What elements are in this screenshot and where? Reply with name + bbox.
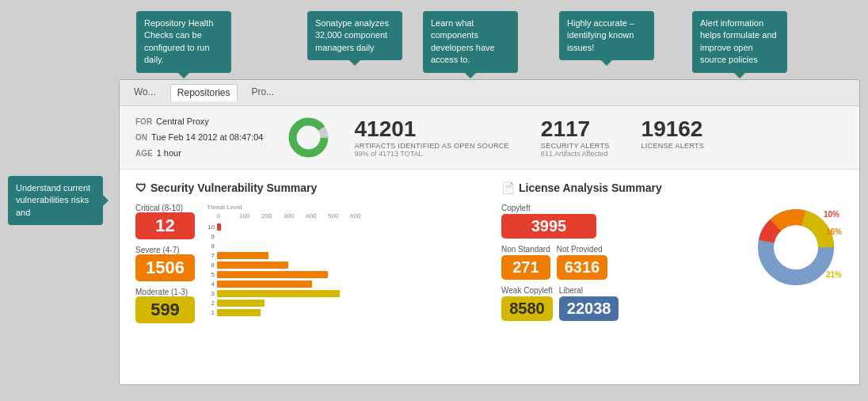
- stat-license: 19162 LICENSE ALERTS: [641, 118, 705, 150]
- donut-chart-icon: [287, 116, 330, 159]
- for-on-age-block: FORCentral Proxy ONTue Feb 14 2012 at 08…: [135, 114, 263, 161]
- tooltip-repo: Repository Health Checks can be configur…: [136, 11, 231, 73]
- notprovided-label: Not Provided: [557, 245, 608, 254]
- chart-axis-label: Threat Level: [207, 204, 372, 211]
- bar-7: [217, 252, 268, 259]
- critical-badge: 12: [135, 212, 195, 239]
- bar-row-2: 2: [207, 298, 372, 307]
- stat2-number: 2117: [541, 118, 610, 140]
- license-row2: Non Standard 271 Not Provided 6316: [501, 245, 740, 280]
- stat-security: 2117 SECURITY ALERTS 611 Artifacts Affec…: [541, 118, 610, 158]
- doc-icon: 📄: [501, 181, 515, 194]
- liberal-badge: 22038: [559, 296, 619, 321]
- notprovided-badge: 6316: [557, 255, 608, 280]
- license-title: 📄 License Analysis Summary: [501, 181, 843, 194]
- svg-point-0: [293, 122, 325, 154]
- tooltip-learn: Learn what components developers have ac…: [423, 11, 518, 73]
- tab-repositories[interactable]: Repositories: [170, 84, 238, 101]
- tooltip-understand: Understand current vulnerabilities risks…: [8, 176, 103, 225]
- pie-label-10: 10%: [824, 210, 839, 219]
- critical-label: Critical (8-10): [135, 204, 195, 212]
- on-label: ON: [135, 133, 147, 142]
- stats-group: 41201 ARTIFACTS IDENTIFIED AS OPEN SOURC…: [354, 118, 843, 158]
- age-label: AGE: [135, 149, 153, 158]
- nonstandard-label: Non Standard: [501, 245, 550, 254]
- for-value: Central Proxy: [156, 116, 209, 126]
- bar-1: [217, 309, 261, 316]
- license-weakcopyleft: Weak Copyleft 8580: [501, 286, 553, 321]
- nonstandard-badge: 271: [501, 255, 550, 280]
- license-nonstandard: Non Standard 271: [501, 245, 550, 280]
- vuln-row-severe: Severe (4-7) 1506: [135, 246, 195, 281]
- bar-rows: 10 9 8 7: [207, 222, 372, 317]
- header-info: FORCentral Proxy ONTue Feb 14 2012 at 08…: [120, 106, 859, 170]
- license-notprovided: Not Provided 6316: [557, 245, 608, 280]
- bar-5: [217, 271, 328, 278]
- tab-pro[interactable]: Pro...: [246, 84, 281, 101]
- license-row3: Weak Copyleft 8580 Liberal 22038: [501, 286, 740, 321]
- bar-10: [217, 223, 221, 231]
- stat2-sublabel: 611 Artifacts Affected: [541, 150, 610, 158]
- tooltip-accurate: Highly accurate – identifying known issu…: [559, 11, 654, 60]
- for-label: FOR: [135, 117, 152, 126]
- bar-3: [217, 290, 340, 297]
- moderate-label: Moderate (1-3): [135, 288, 195, 296]
- stat2-label: SECURITY ALERTS: [541, 142, 610, 150]
- vuln-row-moderate: Moderate (1-3) 599: [135, 288, 195, 323]
- bar-row-9: 9: [207, 231, 372, 241]
- bar-row-10: 10: [207, 222, 372, 231]
- license-section: 📄 License Analysis Summary Copyleft 3995…: [501, 181, 843, 330]
- license-copyleft: Copyleft 3995: [501, 204, 740, 239]
- bar-row-8: 8: [207, 241, 372, 250]
- content-area: 🛡 Security Vulnerability Summary Critica…: [120, 170, 859, 342]
- bar-row-5: 5: [207, 269, 372, 279]
- bar-2: [217, 300, 265, 307]
- vulnerability-list: Critical (8-10) 12 Severe (4-7) 1506: [135, 204, 195, 330]
- pie-label-16: 16%: [826, 227, 842, 236]
- stat1-sublabel: 99% of 41713 TOTAL: [354, 150, 508, 158]
- bar-row-6: 6: [207, 260, 372, 269]
- copyleft-badge: 3995: [501, 214, 596, 239]
- tab-workspaces[interactable]: Wo...: [128, 84, 162, 101]
- pie-chart-area: 10% 16% 21%: [748, 204, 843, 291]
- license-liberal: Liberal 22038: [559, 286, 619, 321]
- severe-badge: 1506: [135, 254, 195, 281]
- security-section: 🛡 Security Vulnerability Summary Critica…: [135, 181, 478, 330]
- security-title: 🛡 Security Vulnerability Summary: [135, 181, 478, 194]
- severe-label: Severe (4-7): [135, 246, 195, 254]
- bar-6: [217, 262, 288, 269]
- on-value: Tue Feb 14 2012 at 08:47:04: [151, 132, 263, 142]
- stat3-label: LICENSE ALERTS: [641, 142, 705, 150]
- bar-row-1: 1: [207, 307, 372, 317]
- svg-point-6: [776, 227, 816, 267]
- bar-row-7: 7: [207, 250, 372, 260]
- bar-4: [217, 281, 312, 288]
- copyleft-label: Copyleft: [501, 204, 740, 212]
- vuln-row-critical: Critical (8-10) 12: [135, 204, 195, 239]
- chart-xaxis: 0100200300400500600: [207, 212, 372, 220]
- stat3-number: 19162: [641, 118, 705, 140]
- bar-row-3: 3: [207, 288, 372, 298]
- stat1-number: 41201: [354, 118, 508, 140]
- tooltip-sonatype: Sonatype analyzes 32,000 component manag…: [307, 11, 402, 60]
- weakcopyleft-label: Weak Copyleft: [501, 286, 553, 295]
- pie-label-21: 21%: [826, 270, 842, 279]
- tooltip-alert: Alert information helps formulate and im…: [692, 11, 787, 73]
- moderate-badge: 599: [135, 296, 195, 323]
- bar-chart: Threat Level 0100200300400500600 10 9: [207, 204, 372, 330]
- stat1-label: ARTIFACTS IDENTIFIED AS OPEN SOURCE: [354, 142, 508, 150]
- liberal-label: Liberal: [559, 286, 619, 295]
- license-items: Copyleft 3995 Non Standard 271 Not Provi…: [501, 204, 740, 321]
- window-tabs: Wo... Repositories Pro...: [120, 80, 859, 106]
- weakcopyleft-badge: 8580: [501, 296, 553, 321]
- age-value: 1 hour: [157, 148, 181, 158]
- bar-row-4: 4: [207, 279, 372, 288]
- shield-icon: 🛡: [135, 181, 147, 194]
- stat-artifacts: 41201 ARTIFACTS IDENTIFIED AS OPEN SOURC…: [354, 118, 508, 158]
- main-window: Wo... Repositories Pro... FORCentral Pro…: [119, 79, 860, 385]
